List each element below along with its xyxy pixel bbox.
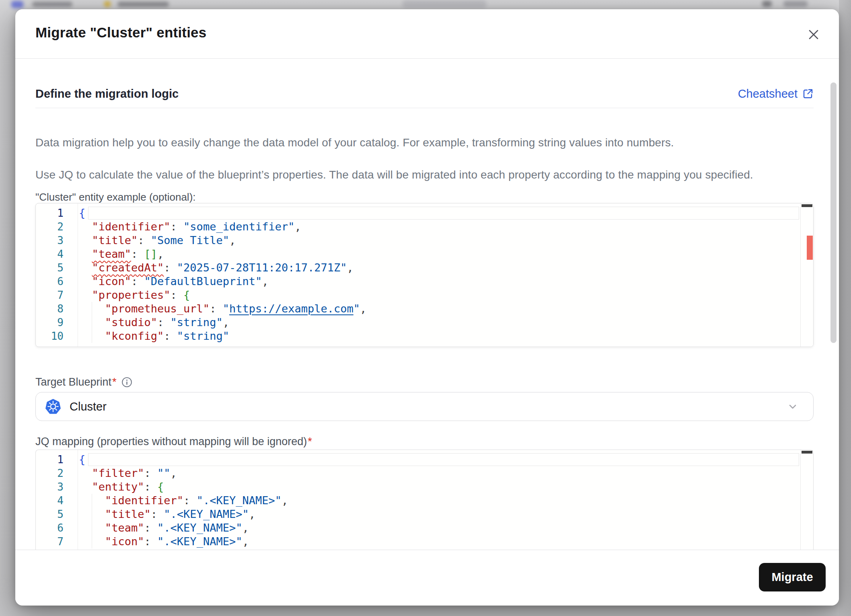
info-icon[interactable] (121, 377, 132, 388)
jq-mapping-label: JQ mapping (properties without mapping w… (35, 435, 312, 448)
editor-scrollbar-thumb[interactable] (802, 451, 812, 454)
external-link-icon (802, 88, 814, 99)
line-number: 3 (36, 234, 64, 247)
background-search-box (402, 0, 487, 8)
code-text: "entity": { (64, 480, 164, 494)
code-line: 2 "identifier": "some_identifier", (36, 220, 801, 234)
line-number: 7 (36, 288, 64, 302)
required-asterisk: * (308, 435, 312, 448)
jq-mapping-code-editor[interactable]: 1{2 "filter": "",3 "entity": {4 "identif… (35, 450, 814, 550)
line-number: 7 (36, 535, 64, 548)
line-number: 2 (36, 466, 64, 480)
target-blueprint-select[interactable]: Cluster (35, 392, 814, 421)
line-number: 5 (36, 261, 64, 275)
code-text: "team": [], (64, 247, 164, 261)
code-text: "title": ".<KEY_NAME>", (64, 507, 255, 521)
close-icon (806, 27, 822, 43)
background-app-icon (11, 1, 23, 8)
code-text: { (64, 206, 85, 220)
code-text: "kconfig": "string" (64, 329, 229, 343)
code-text: "identifier": ".<KEY_NAME>", (64, 494, 288, 507)
code-text: "properties": { (64, 288, 190, 302)
entity-example-code-editor[interactable]: 1{2 "identifier": "some_identifier",3 "t… (35, 203, 814, 347)
section-divider (35, 108, 814, 108)
code-line: 4 "team": [], (36, 247, 801, 261)
line-number: 2 (36, 220, 64, 234)
line-number: 6 (36, 275, 64, 288)
close-button[interactable] (804, 25, 823, 44)
section-heading-row: Define the migration logic Cheatsheet (35, 82, 814, 105)
header-divider (15, 58, 839, 59)
line-number: 4 (36, 247, 64, 261)
error-overview-marker (807, 236, 813, 260)
code-line: 6 "team": ".<KEY_NAME>", (36, 521, 801, 535)
code-line: 2 "filter": "", (36, 466, 801, 480)
entity-example-label: "Cluster" entity example (optional): (35, 191, 196, 203)
background-text-blob (783, 1, 808, 7)
target-blueprint-label: Target Blueprint* (35, 376, 132, 388)
modal-title: Migrate "Cluster" entities (35, 25, 206, 41)
code-line: 10 "kconfig": "string" (36, 329, 801, 343)
code-line: 5 "createdAt": "2025-07-28T11:20:17.271Z… (36, 261, 801, 275)
code-line: 7 "icon": ".<KEY_NAME>", (36, 535, 801, 548)
code-text: { (64, 453, 85, 466)
description-paragraph-1: Data migration help you to easily change… (35, 136, 820, 149)
modal-footer: Migrate (15, 550, 839, 606)
code-line: 3 "title": "Some Title", (36, 234, 801, 247)
editor-scrollbar[interactable] (800, 450, 813, 550)
code-text: "team": ".<KEY_NAME>", (64, 521, 249, 535)
modal-header: Migrate "Cluster" entities (15, 9, 839, 58)
code-line: 1{ (36, 206, 801, 220)
code-text: "studio": "string", (64, 316, 229, 329)
code-text: "title": "Some Title", (64, 234, 236, 247)
background-yellow-icon (104, 1, 111, 7)
line-number: 3 (36, 480, 64, 494)
chevron-down-icon (787, 400, 799, 413)
target-blueprint-value: Cluster (70, 400, 778, 413)
cheatsheet-link[interactable]: Cheatsheet (738, 87, 814, 101)
cheatsheet-label: Cheatsheet (738, 87, 798, 101)
current-line-highlight (88, 453, 799, 466)
editor-scrollbar[interactable] (800, 203, 813, 347)
code-line: 8 "prometheus_url": "https://example.com… (36, 302, 801, 316)
code-text: "prometheus_url": "https://example.com", (64, 302, 366, 316)
code-text: "icon": ".<KEY_NAME>", (64, 535, 249, 548)
code-lines: 1{2 "filter": "",3 "entity": {4 "identif… (36, 450, 801, 550)
section-title: Define the migration logic (35, 87, 179, 101)
migrate-button[interactable]: Migrate (759, 563, 826, 591)
line-number: 1 (36, 453, 64, 466)
code-line: 5 "title": ".<KEY_NAME>", (36, 507, 801, 521)
code-text: "createdAt": "2025-07-28T11:20:17.271Z", (64, 261, 354, 275)
kubernetes-icon (45, 399, 61, 414)
editor-scrollbar-thumb[interactable] (802, 204, 812, 207)
background-text-blob (762, 1, 772, 7)
code-line: 1{ (36, 453, 801, 466)
code-text: "identifier": "some_identifier", (64, 220, 301, 234)
backdrop-right-edge (839, 0, 851, 616)
code-line: 9 "studio": "string", (36, 316, 801, 329)
code-line: 3 "entity": { (36, 480, 801, 494)
background-text-blob (117, 2, 169, 7)
current-line-highlight (88, 207, 799, 220)
line-number: 9 (36, 316, 64, 329)
code-text: "filter": "", (64, 466, 177, 480)
code-line: 7 "properties": { (36, 288, 801, 302)
line-number: 8 (36, 302, 64, 316)
migrate-modal: Migrate "Cluster" entities Define the mi… (15, 9, 839, 605)
line-number: 10 (36, 329, 64, 343)
line-number: 4 (36, 494, 64, 507)
modal-scrollbar-thumb[interactable] (830, 82, 837, 343)
description-paragraph-2: Use JQ to calculate the value of the blu… (35, 168, 820, 181)
required-asterisk: * (112, 376, 117, 388)
code-lines: 1{2 "identifier": "some_identifier",3 "t… (36, 203, 801, 347)
code-text: "icon": "DefaultBlueprint", (64, 275, 268, 288)
line-number: 1 (36, 206, 64, 220)
screen: Migrate "Cluster" entities Define the mi… (0, 0, 851, 616)
line-number: 5 (36, 507, 64, 521)
code-line: 4 "identifier": ".<KEY_NAME>", (36, 494, 801, 507)
line-number: 6 (36, 521, 64, 535)
code-line: 6 "icon": "DefaultBlueprint", (36, 275, 801, 288)
background-text-blob (32, 2, 72, 7)
